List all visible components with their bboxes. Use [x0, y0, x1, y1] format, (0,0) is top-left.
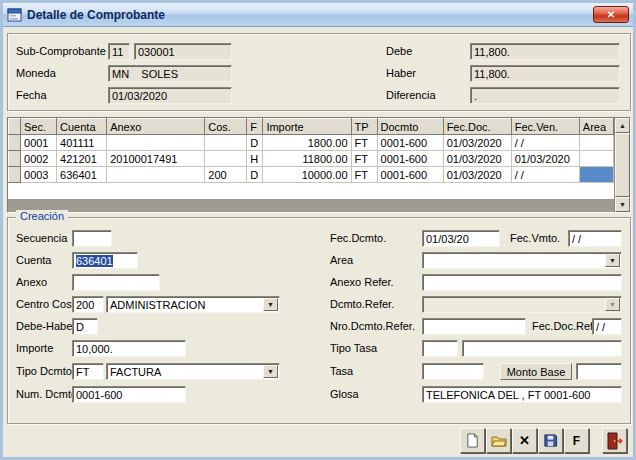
sub-comprobante-code-field[interactable]: 11 — [108, 43, 130, 60]
anexo-input[interactable] — [72, 274, 160, 291]
grid-cell[interactable] — [107, 135, 205, 151]
diferencia-field: . — [470, 87, 620, 104]
moneda-label: Moneda — [16, 67, 56, 79]
secuencia-input[interactable] — [72, 230, 112, 247]
f-button[interactable]: F — [564, 428, 589, 453]
row-marker[interactable] — [9, 151, 21, 167]
grid-header-f[interactable]: F — [247, 119, 263, 135]
grid-cell[interactable]: 01/03/2020 — [443, 167, 511, 183]
exit-button[interactable] — [602, 428, 627, 453]
grid-cell[interactable]: 10000.00 — [263, 167, 351, 183]
grid-empty-area — [8, 199, 614, 212]
grid-cell[interactable] — [579, 167, 613, 183]
grid-header-tp[interactable]: TP — [351, 119, 377, 135]
grid-cell[interactable]: 01/03/2020 — [443, 151, 511, 167]
grid-cell[interactable] — [107, 167, 205, 183]
dcmto-refer-label: Dcmto.Refer. — [330, 298, 394, 310]
scroll-down-icon[interactable]: ▼ — [615, 197, 630, 212]
tipo-dcmto-label: Tipo Dcmto. — [16, 365, 75, 377]
fec-dcmto-input[interactable]: 01/03/20 — [422, 230, 500, 247]
glosa-input[interactable]: TELEFONICA DEL , FT 0001-600 — [422, 386, 622, 403]
grid-row-0[interactable]: 0001401111D1800.00FT0001-60001/03/2020/ … — [9, 135, 614, 151]
grid-cell[interactable]: D — [247, 135, 263, 151]
chevron-down-icon[interactable]: ▼ — [263, 365, 278, 378]
tipo-tasa-code-input[interactable] — [422, 340, 458, 357]
grid-row-1[interactable]: 000242120120100017491H11800.00FT0001-600… — [9, 151, 614, 167]
grid-cell[interactable]: / / — [511, 167, 579, 183]
grid-cell[interactable]: 01/03/2020 — [443, 135, 511, 151]
num-dcmto-input[interactable]: 0001-600 — [72, 386, 186, 403]
grid-cell[interactable] — [205, 135, 247, 151]
row-marker[interactable] — [9, 135, 21, 151]
grid-cell[interactable]: 0001-600 — [377, 167, 443, 183]
scrollbar-thumb[interactable] — [615, 133, 630, 197]
grid-header-anexo[interactable]: Anexo — [107, 119, 205, 135]
row-marker[interactable] — [9, 167, 21, 183]
debe-haber-input[interactable]: D — [72, 318, 98, 335]
grid-table: Sec.CuentaAnexoCos.FImporteTPDocmtoFec.D… — [8, 118, 614, 183]
grid-cell[interactable]: 20100017491 — [107, 151, 205, 167]
new-record-button[interactable] — [460, 428, 485, 453]
grid-cell[interactable] — [205, 151, 247, 167]
anexo-refer-input[interactable] — [422, 274, 622, 291]
centro-costo-combo[interactable]: ADMINISTRACION ▼ — [106, 296, 280, 313]
area-combo[interactable]: ▼ — [422, 252, 622, 269]
grid-header-fec-ven-[interactable]: Fec.Ven. — [511, 119, 579, 135]
grid-cell[interactable] — [579, 151, 613, 167]
grid-header-docmto[interactable]: Docmto — [377, 119, 443, 135]
monto-base-button[interactable]: Monto Base — [500, 363, 572, 380]
save-button[interactable] — [538, 428, 563, 453]
grid-cell[interactable]: H — [247, 151, 263, 167]
grid-cell[interactable]: / / — [511, 135, 579, 151]
tipo-tasa-name-input[interactable] — [462, 340, 622, 357]
grid-vertical-scrollbar[interactable]: ▲ ▼ — [614, 118, 630, 212]
fec-vmto-label: Fec.Vmto. — [510, 232, 560, 244]
centro-costo-code-input[interactable]: 200 — [72, 296, 104, 313]
grid-cell[interactable]: 0001-600 — [377, 151, 443, 167]
grid-cell[interactable]: 0001-600 — [377, 135, 443, 151]
grid-cell[interactable]: FT — [351, 135, 377, 151]
grid-cell[interactable] — [579, 135, 613, 151]
scroll-up-icon[interactable]: ▲ — [615, 118, 630, 133]
grid-cell[interactable]: 421201 — [57, 151, 107, 167]
grid-header-area[interactable]: Area — [579, 119, 613, 135]
tipo-dcmto-combo[interactable]: FACTURA ▼ — [106, 363, 280, 380]
grid-header-cuenta[interactable]: Cuenta — [57, 119, 107, 135]
anexo-refer-label: Anexo Refer. — [330, 276, 394, 288]
grid-row-2[interactable]: 0003636401200D10000.00FT0001-60001/03/20… — [9, 167, 614, 183]
titlebar[interactable]: Detalle de Comprobante ✕ — [3, 3, 633, 27]
fec-vmto-input[interactable]: / / — [568, 230, 622, 247]
grid-cell[interactable]: FT — [351, 151, 377, 167]
importe-value: 10,000. — [76, 343, 113, 355]
importe-input[interactable]: 10,000. — [72, 340, 186, 357]
nro-dcmto-refer-input[interactable] — [422, 318, 526, 335]
grid-cell[interactable]: 636401 — [57, 167, 107, 183]
chevron-down-icon[interactable]: ▼ — [605, 254, 620, 267]
grid-cell[interactable]: 01/03/2020 — [511, 151, 579, 167]
delete-button[interactable]: ✕ — [512, 428, 537, 453]
sub-comprobante-field[interactable]: 030001 — [134, 43, 232, 60]
grid-cell[interactable]: 401111 — [57, 135, 107, 151]
open-button[interactable] — [486, 428, 511, 453]
monto-base-input[interactable] — [576, 363, 622, 380]
tipo-dcmto-code-input[interactable]: FT — [72, 363, 104, 380]
moneda-field[interactable]: MN SOLES — [108, 65, 232, 82]
grid-header-sec-[interactable]: Sec. — [21, 119, 57, 135]
cuenta-input[interactable]: 636401 — [72, 252, 138, 269]
grid-cell[interactable]: 0003 — [21, 167, 57, 183]
tasa-input[interactable] — [422, 363, 484, 380]
fec-doc-ref-input[interactable]: / / — [592, 318, 622, 335]
grid-cell[interactable]: 11800.00 — [263, 151, 351, 167]
grid-cell[interactable]: FT — [351, 167, 377, 183]
grid-header-cos-[interactable]: Cos. — [205, 119, 247, 135]
grid-cell[interactable]: D — [247, 167, 263, 183]
close-button[interactable]: ✕ — [593, 6, 629, 23]
chevron-down-icon[interactable]: ▼ — [263, 298, 278, 311]
grid-cell[interactable]: 1800.00 — [263, 135, 351, 151]
grid-header-importe[interactable]: Importe — [263, 119, 351, 135]
grid-cell[interactable]: 0002 — [21, 151, 57, 167]
grid-cell[interactable]: 200 — [205, 167, 247, 183]
grid-cell[interactable]: 0001 — [21, 135, 57, 151]
fecha-field[interactable]: 01/03/2020 — [108, 87, 232, 104]
grid-header-fec-doc-[interactable]: Fec.Doc. — [443, 119, 511, 135]
